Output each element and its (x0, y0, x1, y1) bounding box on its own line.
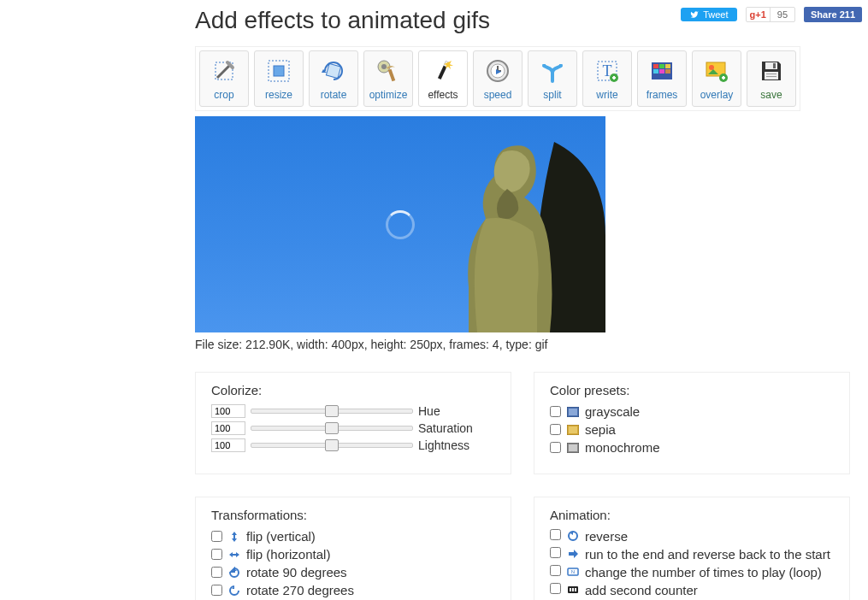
tweet-label: Tweet (703, 9, 728, 20)
tool-label: optimize (369, 89, 408, 101)
tool-effects[interactable]: effects (418, 50, 468, 107)
tool-optimize[interactable]: optimize (363, 50, 413, 107)
gplus-button[interactable]: g+1 95 (746, 7, 796, 22)
transformations-title: Transformations: (211, 508, 495, 522)
reverse-label: reverse (585, 529, 834, 544)
boomerang-icon (566, 547, 580, 561)
svg-point-5 (381, 64, 387, 69)
svg-rect-16 (659, 64, 664, 68)
presets-title: Color presets: (550, 383, 834, 397)
rotate-90-icon (227, 566, 241, 579)
gplus-count: 95 (770, 8, 794, 21)
flip-horizontal-checkbox[interactable] (211, 549, 222, 560)
tool-rotate[interactable]: rotate (309, 50, 358, 107)
overlay-icon (702, 56, 731, 85)
rotate-90-checkbox[interactable] (211, 567, 222, 578)
fb-share-button[interactable]: Share 211 (804, 7, 862, 22)
save-icon (757, 56, 786, 85)
flip-vertical-checkbox[interactable] (211, 531, 222, 542)
tool-resize[interactable]: resize (254, 50, 304, 107)
svg-rect-3 (326, 63, 340, 78)
tool-frames[interactable]: frames (637, 50, 687, 107)
rotate-90-label: rotate 90 degrees (246, 565, 347, 579)
monochrome-checkbox[interactable] (550, 442, 561, 453)
image-preview (195, 116, 605, 332)
fb-label: Share 211 (811, 9, 855, 20)
svg-rect-20 (665, 69, 670, 74)
hue-value-input[interactable] (211, 404, 245, 418)
saturation-label: Saturation (418, 421, 473, 435)
tool-label: split (543, 89, 561, 101)
counter-checkbox[interactable] (550, 583, 561, 594)
rotate-270-icon (227, 584, 241, 597)
saturation-slider[interactable] (251, 426, 413, 431)
share-bar: Tweet g+1 95 Share 211 (681, 7, 862, 22)
svg-rect-32 (569, 426, 577, 433)
crop-icon (210, 56, 239, 85)
animation-panel: Animation: reverse run to the end and re… (534, 497, 850, 600)
hue-label: Hue (418, 404, 440, 418)
lightness-slider[interactable] (251, 443, 413, 448)
statue-image (383, 116, 605, 332)
tool-write[interactable]: Twrite (582, 50, 632, 107)
saturation-value-input[interactable] (211, 421, 245, 435)
rotate-270-checkbox[interactable] (211, 585, 222, 596)
loading-spinner-icon (386, 210, 415, 239)
loop-icon: N (566, 565, 580, 579)
boomerang-checkbox[interactable] (550, 547, 561, 558)
svg-rect-27 (766, 74, 776, 74)
sepia-label: sepia (585, 422, 616, 437)
reverse-checkbox[interactable] (550, 529, 561, 540)
svg-rect-39 (570, 588, 571, 591)
lightness-value-input[interactable] (211, 438, 245, 452)
tool-label: speed (484, 89, 512, 101)
grayscale-label: grayscale (585, 404, 640, 419)
svg-rect-30 (569, 409, 577, 415)
tool-save[interactable]: save (747, 50, 796, 107)
resize-icon (264, 56, 293, 85)
lightness-label: Lightness (418, 438, 469, 452)
transformations-panel: Transformations: flip (vertical) flip (h… (195, 497, 511, 600)
flip-vertical-icon (227, 530, 241, 544)
colorize-title: Colorize: (211, 383, 495, 397)
flip-vertical-label: flip (vertical) (246, 529, 316, 544)
tool-label: frames (647, 89, 678, 101)
sepia-checkbox[interactable] (550, 424, 561, 435)
write-icon: T (593, 56, 622, 85)
svg-rect-17 (665, 64, 670, 68)
tool-split[interactable]: split (528, 50, 577, 107)
svg-rect-25 (773, 63, 776, 68)
counter-label: add second counter (585, 583, 834, 597)
monochrome-icon (566, 441, 580, 455)
boomerang-label: run to the end and reverse back to the s… (585, 547, 834, 562)
loop-checkbox[interactable] (550, 565, 561, 576)
effects-icon (428, 56, 458, 85)
counter-icon (566, 583, 580, 597)
tweet-button[interactable]: Tweet (681, 8, 736, 21)
svg-rect-41 (575, 588, 576, 591)
speed-icon (483, 56, 512, 85)
grayscale-checkbox[interactable] (550, 406, 561, 417)
presets-panel: Color presets: grayscale sepia monochrom… (534, 372, 850, 474)
flip-horizontal-icon (227, 548, 241, 562)
hue-slider[interactable] (251, 409, 413, 414)
tool-label: effects (428, 89, 458, 101)
tool-crop[interactable]: crop (199, 50, 249, 107)
svg-rect-6 (388, 69, 396, 82)
reverse-icon (566, 529, 580, 543)
toolbar: cropresizerotateoptimizeeffectsspeedspli… (195, 46, 800, 111)
split-icon (538, 56, 567, 85)
tool-overlay[interactable]: overlay (692, 50, 741, 107)
svg-rect-26 (765, 72, 778, 79)
svg-rect-40 (572, 588, 574, 591)
svg-rect-28 (766, 76, 776, 77)
tool-speed[interactable]: speed (473, 50, 523, 107)
grayscale-icon (566, 405, 580, 419)
flip-horizontal-label: flip (horizontal) (246, 547, 330, 562)
svg-rect-15 (653, 64, 658, 68)
rotate-icon (319, 56, 348, 85)
tool-label: write (596, 89, 617, 101)
tool-label: rotate (321, 89, 347, 101)
tool-label: crop (214, 89, 233, 101)
svg-rect-18 (653, 69, 658, 74)
